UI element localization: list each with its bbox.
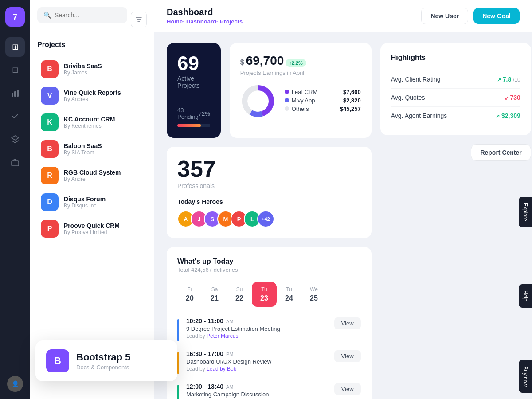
svg-rect-0	[12, 93, 13, 97]
side-tabs: Explore Help Buy now	[519, 0, 532, 399]
event-item: 12:00 - 13:40 AM Marketing Campaign Disc…	[177, 383, 361, 399]
project-item[interactable]: D Disqus Forum By Disqus Inc.	[37, 189, 147, 215]
explore-tab[interactable]: Explore	[519, 197, 532, 227]
report-center-section: Report Center	[380, 144, 531, 161]
project-item[interactable]: B Briviba SaaS By James	[37, 56, 147, 82]
calendar-day[interactable]: We25	[301, 282, 326, 307]
legend-item: Mivy App $2,820	[285, 97, 361, 104]
project-name: Vine Quick Reports	[64, 89, 121, 96]
active-projects-number: 69	[177, 54, 210, 73]
user-avatar[interactable]: 👤	[7, 376, 23, 392]
main-content: Dashboard Home- Dashboard- Projects New …	[154, 0, 532, 399]
professionals-number: 357	[177, 157, 361, 180]
highlights-list: Avg. Client Rating ↗ 7.8 /10 Avg. Quotes…	[391, 70, 520, 125]
project-name: Disqus Forum	[64, 196, 106, 203]
event-time: 12:00 - 13:40 AM	[186, 383, 327, 390]
nav-icon-briefcase[interactable]	[5, 153, 25, 172]
project-logo: D	[41, 193, 59, 211]
project-item[interactable]: R RGB Cloud System By Andrei	[37, 162, 147, 189]
new-user-button[interactable]: New User	[421, 8, 468, 24]
project-logo: R	[41, 167, 59, 184]
earnings-donut-chart	[240, 83, 276, 119]
breadcrumb: Home- Dashboard- Projects	[167, 18, 243, 25]
project-by: By Andrei	[64, 176, 121, 182]
header: Dashboard Home- Dashboard- Projects New …	[154, 0, 532, 32]
svg-rect-2	[17, 90, 19, 97]
project-by: By SIA Team	[64, 149, 102, 156]
project-item[interactable]: V Vine Quick Reports By Andres	[37, 82, 147, 109]
event-item: 10:20 - 11:00 AM 9 Degree Project Estima…	[177, 317, 361, 341]
project-logo: P	[41, 220, 59, 238]
nav-icon-layers[interactable]	[5, 129, 25, 149]
project-logo: V	[41, 87, 59, 105]
legend-item: Others $45,257	[285, 106, 361, 112]
help-tab[interactable]: Help	[519, 284, 532, 308]
project-name: Baloon SaaS	[64, 142, 102, 149]
earnings-legend: Leaf CRM $7,660 Mivy App $2,820 Others $…	[285, 89, 361, 114]
sidebar-title: Projects	[37, 41, 147, 49]
search-input[interactable]	[55, 12, 121, 19]
highlight-row: Avg. Agent Earnings ↗ $2,309	[391, 107, 520, 125]
svg-rect-1	[14, 91, 16, 97]
whats-up-card: What's up Today Total 424,567 deliveries…	[167, 247, 372, 399]
highlight-row: Avg. Client Rating ↗ 7.8 /10	[391, 70, 520, 89]
calendar-day[interactable]: Sa21	[202, 282, 227, 307]
calendar-row[interactable]: Fr20Sa21Su22Tu23Tu24We25	[177, 282, 361, 307]
project-logo: B	[41, 140, 59, 158]
calendar-day[interactable]: Tu23	[252, 282, 277, 307]
calendar-day[interactable]: Su22	[227, 282, 252, 307]
nav-icon-dashboard[interactable]: ⊞	[5, 37, 25, 57]
nav-icon-check[interactable]	[5, 106, 25, 126]
project-logo: B	[41, 60, 59, 78]
project-item[interactable]: P Proove Quick CRM By Proove Limited	[37, 215, 147, 242]
nav-icon-grid[interactable]: ⊟	[5, 60, 25, 80]
legend-item: Leaf CRM $7,660	[285, 89, 361, 95]
events-list: 10:20 - 11:00 AM 9 Degree Project Estima…	[177, 317, 361, 399]
highlight-row: Avg. Quotes ↙ 730	[391, 89, 520, 107]
earnings-card: $ 69,700 ↑2.2% Projects Earnings in Apri…	[230, 43, 372, 138]
event-name: Marketing Campaign Discussion	[186, 391, 327, 398]
heroes-label: Today's Heroes	[177, 198, 361, 205]
project-logo: K	[41, 113, 59, 131]
event-name: 9 Degree Project Estimation Meeting	[186, 325, 327, 332]
progress-bar	[177, 124, 201, 127]
buy-now-tab[interactable]: Buy now	[519, 360, 532, 393]
earnings-value: 69,700	[246, 54, 284, 68]
bootstrap-link: Docs & Components	[76, 364, 130, 371]
project-item[interactable]: B Baloon SaaS By SIA Team	[37, 136, 147, 162]
project-name: RGB Cloud System	[64, 169, 121, 176]
project-name: Proove Quick CRM	[64, 222, 120, 229]
professionals-card: 357 Professionals Today's Heroes AJSMPL+…	[167, 147, 372, 238]
pending-label: 43 Pending	[177, 107, 199, 120]
event-time: 10:20 - 11:00 AM	[186, 317, 327, 325]
svg-rect-3	[12, 161, 19, 166]
filter-button[interactable]	[131, 12, 147, 27]
search-bar[interactable]: 🔍	[37, 7, 127, 23]
event-lead: Lead by Lead by Bob	[186, 366, 327, 372]
calendar-day[interactable]: Fr20	[177, 282, 202, 307]
earnings-subtitle: Projects Earnings in April	[240, 70, 306, 76]
more-badge: +42	[257, 211, 274, 227]
project-item[interactable]: K KC Account CRM By Keenthemes	[37, 109, 147, 136]
pending-pct: 72%	[199, 110, 210, 117]
nav-icon-chart[interactable]	[5, 83, 25, 103]
event-item: 16:30 - 17:00 PM Dashboard UI/UX Design …	[177, 350, 361, 374]
view-button[interactable]: View	[334, 383, 361, 395]
highlights-title: Highlights	[391, 54, 520, 62]
bootstrap-title: Bootstrap 5	[76, 352, 130, 363]
event-time: 16:30 - 17:00 PM	[186, 350, 327, 357]
whats-up-subtitle: Total 424,567 deliveries	[177, 266, 361, 273]
highlights-card: Highlights Avg. Client Rating ↗ 7.8 /10 …	[380, 43, 531, 135]
view-button[interactable]: View	[334, 350, 361, 362]
project-name: KC Account CRM	[64, 116, 115, 123]
sidebar: 🔍 Projects B Briviba SaaS By James V Vin…	[30, 0, 154, 399]
view-button[interactable]: View	[334, 317, 361, 329]
new-goal-button[interactable]: New Goal	[473, 8, 520, 24]
project-by: By Proove Limited	[64, 229, 120, 235]
nav-bar: 7 ⊞ ⊟ 👤	[0, 0, 30, 399]
earnings-dollar: $	[240, 59, 244, 66]
calendar-day[interactable]: Tu24	[277, 282, 301, 307]
active-projects-label: Active Projects	[177, 75, 210, 89]
heroes-avatars: AJSMPL+42	[177, 211, 361, 227]
bootstrap-logo: B	[46, 349, 69, 372]
